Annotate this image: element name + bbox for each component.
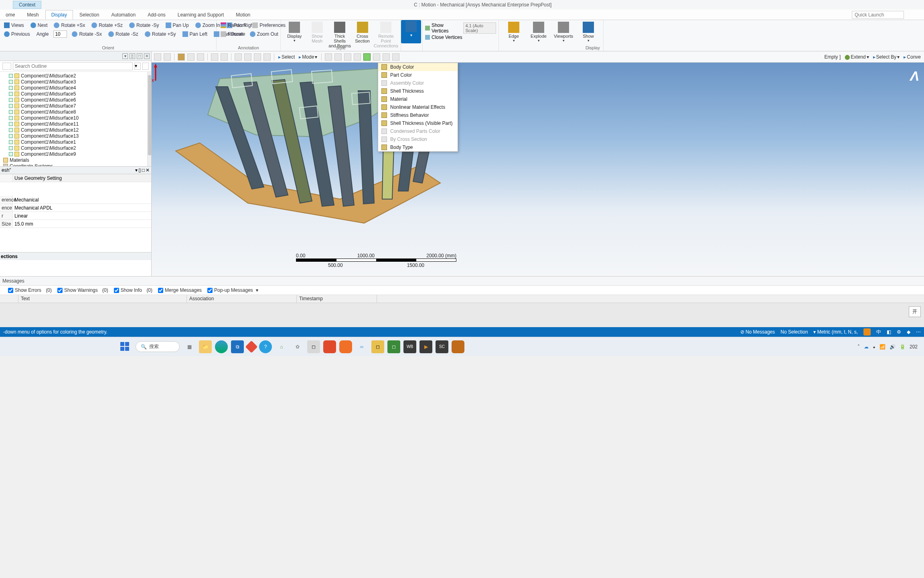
previous-button[interactable]: Previous	[2, 31, 32, 37]
quick-launch-input[interactable]	[852, 11, 904, 19]
dropdown-item[interactable]: Part Color	[378, 71, 458, 79]
dropdown-item[interactable]: Shell Thickness	[378, 87, 458, 95]
maximize-icon[interactable]: □	[137, 53, 142, 59]
show-warnings-toggle[interactable]: Show Warnings (0)	[57, 287, 108, 293]
dropdown-item[interactable]: Nonlinear Material Effects	[378, 103, 458, 111]
sel-icon[interactable]	[373, 53, 380, 61]
iso-cube-icon[interactable]	[178, 53, 185, 61]
rotate-icon[interactable]	[221, 53, 228, 61]
convert-dropdown[interactable]: ▸Conve	[903, 54, 922, 60]
show-vertices-toggle[interactable]: Show Vertices	[432, 22, 462, 34]
start-button[interactable]	[118, 340, 132, 354]
app-icon[interactable]: ✿	[291, 340, 304, 353]
tree-midsurface-item[interactable]: Component1\Midsurface2	[2, 145, 151, 151]
pin-icon[interactable]: ▯	[130, 53, 135, 59]
tree-midsurface-item[interactable]: Component1\Midsurface13	[2, 133, 151, 139]
close-icon[interactable]: ✕	[146, 167, 150, 173]
app-icon[interactable]: ⌂	[275, 340, 288, 353]
rotate-plus-sz-button[interactable]: Rotate +Sz	[90, 22, 124, 28]
thick-shells-button[interactable]: Thick Shells and Beams	[328, 21, 351, 48]
select-by-dropdown[interactable]: ▸Select By▾	[872, 54, 901, 60]
zoom-icon[interactable]	[164, 53, 171, 61]
context-tab[interactable]: Context	[13, 1, 41, 9]
view-icon[interactable]	[187, 53, 195, 61]
rotate-plus-sx-button[interactable]: Rotate +Sx	[52, 22, 87, 28]
viewports-button[interactable]: Viewports▾	[551, 21, 576, 51]
spaceclaim-icon[interactable]: SC	[436, 340, 448, 353]
zoom-out-icon[interactable]	[244, 53, 251, 61]
merge-messages-toggle[interactable]: Merge Messages	[158, 287, 202, 293]
tree-midsurface-item[interactable]: Component1\Midsurface10	[2, 115, 151, 121]
views-button[interactable]: Views	[2, 22, 26, 28]
sel-icon[interactable]	[354, 53, 361, 61]
extend-dropdown[interactable]: ⬤Extend▾	[844, 54, 869, 60]
select-mode-label[interactable]: ▸Select	[278, 54, 296, 60]
mode-dropdown[interactable]: ▸Mode▾	[298, 54, 318, 60]
dropdown-item[interactable]: Body Type	[378, 143, 458, 151]
zoom-fit-icon[interactable]	[154, 53, 161, 61]
explode-button[interactable]: Explode▾	[526, 21, 551, 51]
zoom-in-icon[interactable]	[235, 53, 242, 61]
outline-dropdown-icon[interactable]: ▾	[122, 53, 128, 59]
app-icon[interactable]: ◻	[307, 340, 320, 353]
app-icon[interactable]: ◻	[387, 340, 400, 353]
clock-date[interactable]: 202	[910, 344, 918, 350]
tab-automation[interactable]: Automation	[105, 10, 141, 19]
tray-chevron-icon[interactable]: ˄	[857, 344, 860, 350]
ime-indicator[interactable]: 中	[876, 329, 881, 336]
display-colors-dropdown[interactable]: Body ColorPart ColorAssembly ColorShell …	[378, 63, 458, 152]
tab-learning[interactable]: Learning and Support	[172, 10, 229, 19]
tray-icon[interactable]: ⬥	[873, 344, 875, 350]
rescale-button[interactable]: Rescale	[219, 31, 247, 37]
app-icon[interactable]: ▶	[419, 340, 432, 353]
pin-icon[interactable]: ▯	[138, 167, 141, 173]
tree-midsurface-item[interactable]: Component1\Midsurface12	[2, 127, 151, 133]
rotate-plus-sy-button[interactable]: Rotate +Sy	[143, 31, 178, 37]
tab-home[interactable]: ome	[0, 10, 20, 19]
orientation-triad[interactable]: x	[152, 63, 168, 83]
tree-midsurface-item[interactable]: Component1\Midsurface6	[2, 97, 151, 103]
tab-motion[interactable]: Motion	[230, 10, 256, 19]
status-icon[interactable]: ⋯	[916, 329, 921, 335]
clipboard-empty-label[interactable]: Empty ]	[824, 54, 842, 60]
battery-icon[interactable]: 🔋	[900, 344, 906, 350]
dropdown-item[interactable]: Body Color	[378, 63, 458, 71]
explorer-icon[interactable]: 📁	[199, 340, 212, 353]
cross-section-button[interactable]: Cross Section	[351, 21, 373, 43]
display-style-button[interactable]: Display▾	[283, 21, 306, 43]
zoom-box-icon[interactable]	[254, 53, 261, 61]
app-icon[interactable]	[339, 340, 352, 353]
workbench-icon[interactable]: WB	[403, 340, 416, 353]
status-icon[interactable]: ◆	[907, 329, 910, 335]
search-options-icon[interactable]: ▾	[134, 63, 141, 70]
fit-icon[interactable]	[263, 53, 271, 61]
app-icon[interactable]	[245, 340, 257, 353]
tree-midsurface-item[interactable]: Component1\Midsurface8	[2, 109, 151, 115]
sel-body-icon[interactable]	[363, 53, 371, 61]
col-association[interactable]: Association	[187, 295, 297, 303]
outline-search-input[interactable]	[13, 62, 133, 70]
vertex-scale-select[interactable]: 4.1 (Auto Scale)	[463, 22, 496, 34]
tree-midsurface-item[interactable]: Component1\Midsurface4	[2, 85, 151, 91]
rotate-minus-sz-button[interactable]: Rotate -Sz	[107, 31, 140, 37]
tree-midsurface-item[interactable]: Component1\Midsurface1	[2, 139, 151, 145]
rotate-minus-sy-button[interactable]: Rotate -Sy	[128, 22, 161, 28]
colors-dropdown-button[interactable]: ▾	[401, 20, 421, 43]
sel-icon[interactable]	[344, 53, 351, 61]
status-icon[interactable]: ⚙	[897, 329, 901, 335]
view-icon[interactable]	[197, 53, 204, 61]
random-button[interactable]: Random	[219, 22, 247, 28]
show-info-toggle[interactable]: Show Info (0)	[114, 287, 152, 293]
tree-midsurface-item[interactable]: Component1\Midsurface9	[2, 151, 151, 157]
status-messages[interactable]: ⊘ No Messages	[740, 329, 775, 335]
store-icon[interactable]: ⧉	[231, 340, 244, 353]
sel-icon[interactable]	[334, 53, 342, 61]
help-icon[interactable]: ?	[259, 340, 272, 353]
dropdown-item[interactable]: Stiffness Behavior	[378, 111, 458, 119]
tree-midsurface-item[interactable]: Component1\Midsurface11	[2, 121, 151, 127]
sogou-ime-icon[interactable]	[863, 328, 871, 336]
angle-input[interactable]	[53, 31, 67, 38]
next-button[interactable]: Next	[29, 22, 49, 28]
close-vertices-toggle[interactable]: Close Vertices	[432, 35, 462, 40]
popup-messages-toggle[interactable]: Pop-up Messages ▾	[207, 287, 258, 293]
